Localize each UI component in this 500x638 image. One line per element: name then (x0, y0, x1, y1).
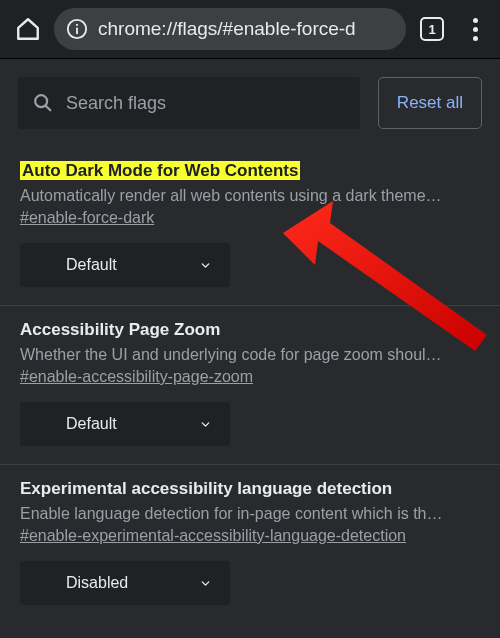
reset-all-button[interactable]: Reset all (378, 77, 482, 129)
flag-item: Experimental accessibility language dete… (0, 465, 500, 623)
flag-description: Enable language detection for in-page co… (20, 505, 480, 523)
url-text: chrome://flags/#enable-force-d (98, 18, 392, 40)
svg-rect-2 (76, 24, 78, 26)
flag-item: Auto Dark Mode for Web Contents Automati… (0, 147, 500, 306)
tab-count-box: 1 (420, 17, 444, 41)
chevron-down-icon (198, 417, 212, 431)
flag-description: Whether the UI and underlying code for p… (20, 346, 480, 364)
info-icon (66, 18, 88, 40)
url-bar[interactable]: chrome://flags/#enable-force-d (54, 8, 406, 50)
svg-line-4 (46, 106, 50, 110)
tab-count: 1 (428, 22, 435, 37)
flag-anchor-link[interactable]: #enable-accessibility-page-zoom (20, 368, 253, 386)
flag-description: Automatically render all web contents us… (20, 187, 480, 205)
svg-rect-1 (76, 28, 78, 34)
kebab-icon (473, 18, 478, 41)
flag-item: Accessibility Page Zoom Whether the UI a… (0, 306, 500, 465)
search-icon (32, 92, 54, 114)
flag-anchor-link[interactable]: #enable-experimental-accessibility-langu… (20, 527, 406, 545)
home-icon (15, 16, 41, 42)
browser-toolbar: chrome://flags/#enable-force-d 1 (0, 0, 500, 58)
flags-page: Reset all Auto Dark Mode for Web Content… (0, 59, 500, 638)
flag-state-value: Default (66, 415, 117, 433)
flag-state-value: Disabled (66, 574, 128, 592)
flag-state-dropdown[interactable]: Disabled (20, 561, 230, 605)
search-box[interactable] (18, 77, 360, 129)
flag-state-dropdown[interactable]: Default (20, 402, 230, 446)
flag-title: Accessibility Page Zoom (20, 320, 220, 339)
flag-state-dropdown[interactable]: Default (20, 243, 230, 287)
flag-anchor-link[interactable]: #enable-force-dark (20, 209, 154, 227)
home-button[interactable] (8, 9, 48, 49)
flag-title: Experimental accessibility language dete… (20, 479, 392, 498)
flag-state-value: Default (66, 256, 117, 274)
flag-title: Auto Dark Mode for Web Contents (20, 161, 300, 180)
chevron-down-icon (198, 576, 212, 590)
overflow-menu-button[interactable] (458, 9, 492, 49)
chevron-down-icon (198, 258, 212, 272)
tab-switcher-button[interactable]: 1 (412, 9, 452, 49)
search-input[interactable] (66, 93, 346, 114)
search-row: Reset all (0, 59, 500, 147)
